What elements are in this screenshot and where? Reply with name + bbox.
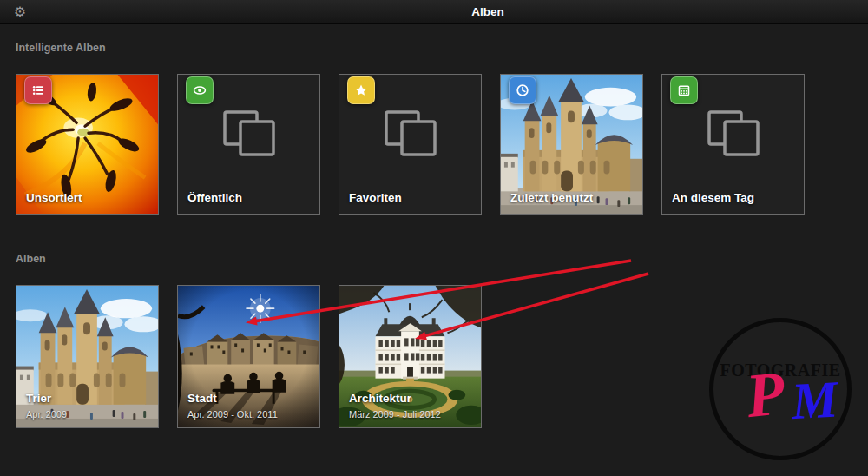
stacked-photos-icon [222, 109, 276, 162]
calendar-icon [670, 76, 698, 104]
smart-album-card-oeffentlich[interactable]: Öffentlich [177, 74, 320, 215]
clock-icon [509, 76, 536, 104]
album-card-architektur[interactable]: Architektur März 2009 - Juli 2012 [339, 285, 482, 428]
card-label: Unsortiert [26, 191, 82, 204]
stacked-photos-icon [707, 109, 760, 162]
page-title: Alben [471, 5, 504, 18]
smart-album-card-zuletzt-benutzt[interactable]: Zuletzt benutzt [500, 74, 643, 215]
stacked-photos-icon [384, 109, 437, 162]
albums-heading: Alben [16, 253, 46, 265]
album-date-range: Apr. 2009 - Okt. 2011 [187, 409, 278, 420]
logo-initial-p: P [743, 357, 788, 433]
album-date-range: Apr. 2009 [26, 409, 67, 420]
star-icon [347, 76, 375, 104]
smart-album-card-an-diesem-tag[interactable]: An diesem Tag [661, 74, 805, 215]
list-icon [24, 76, 52, 104]
card-label: Öffentlich [187, 191, 242, 204]
fotografie-pm-logo: FOTOGRAFIE P M [709, 318, 852, 460]
city-square-fisheye-image [178, 286, 319, 427]
eye-icon [186, 76, 214, 104]
logo-initial-m: M [790, 370, 839, 433]
album-card-stadt[interactable]: Stadt Apr. 2009 - Okt. 2011 [177, 285, 320, 428]
album-title: Trier [26, 392, 51, 405]
album-card-trier[interactable]: Trier Apr. 2009 [16, 285, 159, 428]
card-label: An diesem Tag [672, 191, 754, 204]
card-label: Favoriten [349, 191, 402, 204]
trier-cathedral-image [16, 286, 158, 427]
album-title: Architektur [349, 392, 411, 405]
settings-gear-icon[interactable]: ⚙ [10, 3, 30, 22]
album-title: Stadt [187, 392, 217, 405]
smart-album-card-favoriten[interactable]: Favoriten [339, 74, 482, 215]
smart-albums-heading: Intelligente Alben [16, 42, 106, 54]
titlebar: ⚙ Alben [0, 0, 868, 24]
baroque-palace-garden-image [339, 286, 481, 427]
album-date-range: März 2009 - Juli 2012 [349, 409, 441, 420]
card-label: Zuletzt benutzt [510, 191, 593, 204]
smart-album-card-unsortiert[interactable]: Unsortiert [16, 74, 159, 215]
